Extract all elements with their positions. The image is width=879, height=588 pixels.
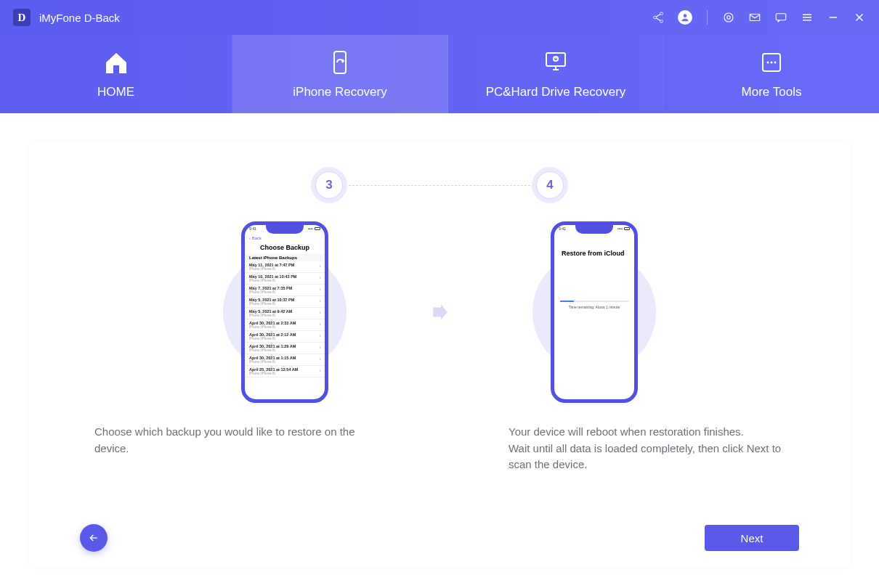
svg-line-4	[656, 18, 660, 21]
backup-row: May 5, 2021 at 10:37 PMiPhone (iPhone 8)	[245, 296, 325, 308]
svg-rect-17	[546, 53, 565, 66]
tab-iphone-label: iPhone Recovery	[293, 85, 386, 99]
svg-point-5	[684, 14, 687, 17]
restore-progress	[560, 301, 628, 302]
tab-more-label: More Tools	[742, 85, 802, 99]
backup-row: May 7, 2021 at 7:35 PMiPhone (iPhone 8)	[245, 285, 325, 296]
phone-col-left: 9:41•••• ‹ Back Choose Backup Latest iPh…	[176, 218, 394, 407]
close-icon[interactable]	[853, 11, 866, 24]
footer-row: Next	[80, 524, 799, 552]
settings-icon[interactable]	[722, 11, 735, 24]
share-icon[interactable]	[652, 11, 665, 24]
monitor-icon	[541, 49, 570, 75]
app-title: iMyFone D-Back	[39, 12, 120, 24]
phone-mock-choose-backup: 9:41•••• ‹ Back Choose Backup Latest iPh…	[241, 221, 328, 403]
backup-row: May 11, 2021 at 7:47 PMiPhone (iPhone 8)	[245, 261, 325, 273]
titlebar: D iMyFone D-Back	[0, 0, 879, 35]
nav-tabs: HOME iPhone Recovery PC&Hard Drive Recov…	[0, 35, 879, 113]
svg-point-2	[660, 20, 663, 23]
main-card: 3 4 9:41•••• ‹ Back Choose Backup Latest…	[29, 142, 850, 566]
tab-pc-recovery[interactable]: PC&Hard Drive Recovery	[448, 35, 664, 113]
svg-point-7	[727, 16, 731, 20]
svg-point-1	[654, 16, 657, 19]
phone-section-label: Latest iPhone Backups	[245, 254, 325, 261]
phone-title-restore: Restore from iCloud	[554, 250, 634, 257]
chat-icon[interactable]	[774, 11, 787, 24]
svg-line-3	[656, 15, 660, 17]
svg-rect-16	[334, 52, 346, 73]
minimize-icon[interactable]	[827, 11, 840, 24]
arrow-right-icon	[430, 303, 449, 322]
backup-row: May 10, 2021 at 10:43 PMiPhone (iPhone 8…	[245, 273, 325, 285]
step-badge-4: 4	[536, 171, 564, 199]
backup-row: April 25, 2021 at 12:54 AMiPhone (iPhone…	[245, 366, 325, 377]
svg-rect-9	[776, 14, 786, 20]
desc-step-3: Choose which backup you would like to re…	[94, 424, 370, 473]
svg-point-23	[767, 62, 769, 64]
backup-row: April 30, 2021 at 2:12 AMiPhone (iPhone …	[245, 331, 325, 343]
back-button[interactable]	[80, 524, 108, 552]
backup-row: May 5, 2021 at 9:42 AMiPhone (iPhone 8)	[245, 308, 325, 319]
tab-more-tools[interactable]: More Tools	[664, 35, 879, 113]
backup-row: April 30, 2021 at 1:15 AMiPhone (iPhone …	[245, 354, 325, 366]
steps-row: 3 4	[80, 171, 799, 199]
content-area: 3 4 9:41•••• ‹ Back Choose Backup Latest…	[0, 113, 879, 588]
desc-step-4: Your device will reboot when restoration…	[509, 424, 785, 473]
phones-row: 9:41•••• ‹ Back Choose Backup Latest iPh…	[80, 218, 799, 407]
phone-col-right: 9:41•••• Restore from iCloud Time remain…	[485, 218, 703, 407]
phone-title-choose-backup: Choose Backup	[245, 244, 325, 251]
tab-home-label: HOME	[97, 85, 134, 99]
user-icon[interactable]	[678, 10, 692, 25]
backup-row: April 30, 2021 at 1:29 AMiPhone (iPhone …	[245, 343, 325, 354]
titlebar-icons	[652, 10, 866, 25]
time-remaining: Time remaining: About 1 minute	[554, 305, 634, 309]
backup-row: April 30, 2021 at 2:33 AMiPhone (iPhone …	[245, 319, 325, 331]
svg-rect-8	[750, 15, 760, 21]
tab-home[interactable]: HOME	[0, 35, 232, 113]
phone-recovery-icon	[325, 49, 355, 75]
home-icon	[102, 49, 131, 75]
app-logo: D	[13, 9, 31, 26]
tab-iphone-recovery[interactable]: iPhone Recovery	[232, 35, 448, 113]
phone-mock-restore: 9:41•••• Restore from iCloud Time remain…	[551, 221, 638, 403]
svg-point-24	[771, 62, 773, 64]
descriptions-row: Choose which backup you would like to re…	[80, 424, 799, 473]
app-window: D iMyFone D-Back HOME iPhone Recovery PC…	[0, 0, 879, 588]
tab-pc-label: PC&Hard Drive Recovery	[486, 85, 626, 99]
next-button[interactable]: Next	[705, 525, 799, 551]
mail-icon[interactable]	[748, 11, 761, 24]
svg-point-25	[774, 62, 777, 64]
phone-back-link: ‹ Back	[245, 235, 325, 241]
backup-rows: May 11, 2021 at 7:47 PMiPhone (iPhone 8)…	[245, 261, 325, 377]
arrow-left-icon	[88, 532, 100, 544]
svg-point-6	[724, 13, 733, 22]
more-icon	[757, 49, 786, 75]
step-badge-3: 3	[315, 171, 343, 199]
menu-icon[interactable]	[801, 11, 814, 24]
svg-point-0	[660, 12, 663, 15]
step-connector	[349, 185, 530, 186]
